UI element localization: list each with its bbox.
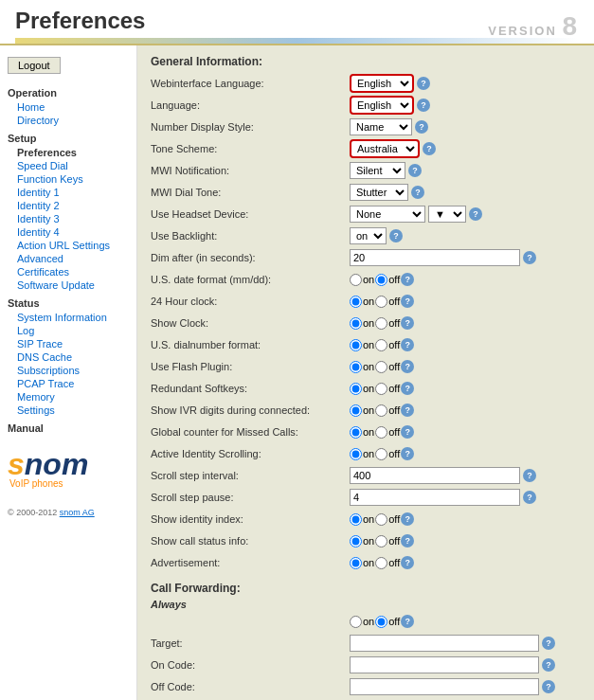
sidebar-item-dns-cache[interactable]: DNS Cache [0, 350, 136, 364]
flash-on-radio[interactable] [350, 361, 362, 373]
mwi-dial-tone-help[interactable]: ? [411, 186, 424, 199]
backlight-help[interactable]: ? [389, 229, 403, 242]
snom-ag-link[interactable]: snom AG [60, 508, 95, 517]
redundant-softkeys-control: on off ? [350, 382, 581, 395]
cf-always-offcode-input[interactable] [350, 678, 539, 695]
sidebar-item-memory[interactable]: Memory [0, 390, 136, 404]
scroll-interval-input[interactable] [350, 467, 520, 484]
language-select[interactable]: EnglishGermanFrench [350, 96, 414, 115]
sidebar-item-subscriptions[interactable]: Subscriptions [0, 364, 136, 377]
number-display-select[interactable]: NameNumberBoth [350, 118, 412, 135]
language-help[interactable]: ? [417, 99, 430, 112]
tone-scheme-help[interactable]: ? [423, 142, 436, 155]
show-clock-on-radio[interactable] [350, 317, 362, 330]
advertisement-on-radio[interactable] [350, 557, 362, 569]
call-forwarding-section: Call Forwarding: Always on off ? Target:… [151, 582, 581, 700]
cf-always-off-radio[interactable] [375, 616, 387, 628]
us-date-help[interactable]: ? [401, 273, 414, 286]
us-dial-on-radio[interactable] [350, 339, 362, 351]
clock-24h-on-radio[interactable] [350, 296, 362, 308]
sidebar-item-function-keys[interactable]: Function Keys [0, 172, 136, 186]
global-counter-label: Global counter for Missed Calls: [151, 426, 350, 438]
show-call-status-off-radio[interactable] [375, 535, 387, 547]
mwi-notification-select[interactable]: SilentStutter [350, 162, 405, 179]
sidebar-item-speed-dial[interactable]: Speed Dial [0, 159, 136, 172]
flash-plugin-help[interactable]: ? [401, 360, 414, 373]
active-identity-on-radio[interactable] [350, 448, 362, 460]
advertisement-off-radio[interactable] [375, 557, 387, 569]
show-clock-off-radio[interactable] [375, 317, 387, 330]
sidebar-item-directory[interactable]: Directory [0, 114, 136, 127]
us-date-on-radio[interactable] [350, 274, 362, 286]
show-ivr-help[interactable]: ? [401, 404, 414, 417]
headset-device-help[interactable]: ? [469, 207, 482, 221]
sidebar-item-certificates[interactable]: Certificates [0, 265, 136, 278]
cf-always-oncode-label: On Code: [151, 659, 350, 671]
mwi-notification-help[interactable]: ? [408, 164, 422, 177]
sidebar-item-software-update[interactable]: Software Update [0, 278, 136, 292]
cf-always-target-input[interactable] [350, 635, 539, 652]
sidebar-item-sip-trace[interactable]: SIP Trace [0, 337, 136, 350]
sidebar-item-identity4[interactable]: Identity 4 [0, 225, 136, 239]
webinterface-language-row: Webinterface Language: EnglishGermanFren… [151, 74, 581, 93]
redundant-off-radio[interactable] [375, 383, 387, 395]
show-identity-off-radio[interactable] [375, 513, 387, 526]
webinterface-language-select[interactable]: EnglishGermanFrench [350, 74, 414, 93]
active-identity-off-radio[interactable] [375, 448, 387, 460]
us-dial-off-radio[interactable] [375, 339, 387, 351]
advertisement-label: Advertisement: [151, 557, 350, 568]
sidebar-item-preferences[interactable]: Preferences [0, 146, 136, 159]
sidebar-item-identity2[interactable]: Identity 2 [0, 199, 136, 212]
scroll-interval-row: Scroll step interval: ? [151, 466, 581, 485]
sidebar-item-identity3[interactable]: Identity 3 [0, 212, 136, 225]
show-call-status-on-radio[interactable] [350, 535, 362, 547]
sidebar-item-home[interactable]: Home [0, 100, 136, 114]
sidebar-item-pcap-trace[interactable]: PCAP Trace [0, 377, 136, 390]
sidebar-item-log[interactable]: Log [0, 324, 136, 337]
dim-after-help[interactable]: ? [523, 251, 536, 264]
show-identity-help[interactable]: ? [401, 512, 414, 526]
scroll-pause-input[interactable] [350, 489, 520, 506]
headset-device-select[interactable]: NoneEHS [350, 206, 425, 223]
logout-button[interactable]: Logout [8, 57, 61, 74]
clock-24h-off-radio[interactable] [375, 296, 387, 308]
show-call-status-help[interactable]: ? [401, 534, 414, 547]
show-clock-help[interactable]: ? [401, 316, 414, 330]
redundant-on-radio[interactable] [350, 383, 362, 395]
flash-off-radio[interactable] [375, 361, 387, 373]
cf-always-oncode-help[interactable]: ? [542, 658, 555, 672]
sidebar-item-action-url[interactable]: Action URL Settings [0, 239, 136, 252]
number-display-help[interactable]: ? [415, 120, 428, 134]
scroll-interval-help[interactable]: ? [523, 469, 536, 482]
redundant-softkeys-help[interactable]: ? [401, 382, 414, 395]
backlight-select[interactable]: onoff [350, 227, 387, 244]
cf-always-on-radio[interactable] [350, 616, 362, 628]
sidebar-item-identity1[interactable]: Identity 1 [0, 186, 136, 199]
cf-always-target-help[interactable]: ? [542, 637, 555, 650]
cf-always-oncode-input[interactable] [350, 656, 539, 673]
active-identity-help[interactable]: ? [401, 447, 414, 460]
flash-plugin-label: Use Flash Plugin: [151, 361, 350, 372]
advertisement-help[interactable]: ? [401, 556, 414, 569]
sidebar-item-settings[interactable]: Settings [0, 404, 136, 417]
global-counter-on-radio[interactable] [350, 426, 362, 439]
headset-device-select2[interactable]: ▼ [428, 206, 466, 223]
global-counter-help[interactable]: ? [401, 425, 414, 439]
cf-always-target-row: Target: ? [151, 634, 581, 653]
tone-scheme-select[interactable]: AustraliaUSAGermany [350, 139, 420, 158]
scroll-pause-help[interactable]: ? [523, 491, 536, 504]
cf-always-offcode-help[interactable]: ? [542, 680, 555, 693]
us-dial-help[interactable]: ? [401, 338, 414, 351]
dim-after-input[interactable] [350, 249, 520, 266]
webinterface-language-help[interactable]: ? [417, 77, 430, 90]
global-counter-off-radio[interactable] [375, 426, 387, 439]
mwi-dial-tone-select[interactable]: StutterNormal [350, 184, 408, 201]
us-date-off-radio[interactable] [375, 274, 387, 286]
show-ivr-on-radio[interactable] [350, 404, 362, 417]
show-identity-on-radio[interactable] [350, 513, 362, 526]
clock-24h-help[interactable]: ? [401, 295, 414, 308]
cf-always-help[interactable]: ? [401, 615, 414, 628]
show-ivr-off-radio[interactable] [375, 404, 387, 417]
sidebar-item-system-info[interactable]: System Information [0, 311, 136, 324]
sidebar-item-advanced[interactable]: Advanced [0, 252, 136, 265]
